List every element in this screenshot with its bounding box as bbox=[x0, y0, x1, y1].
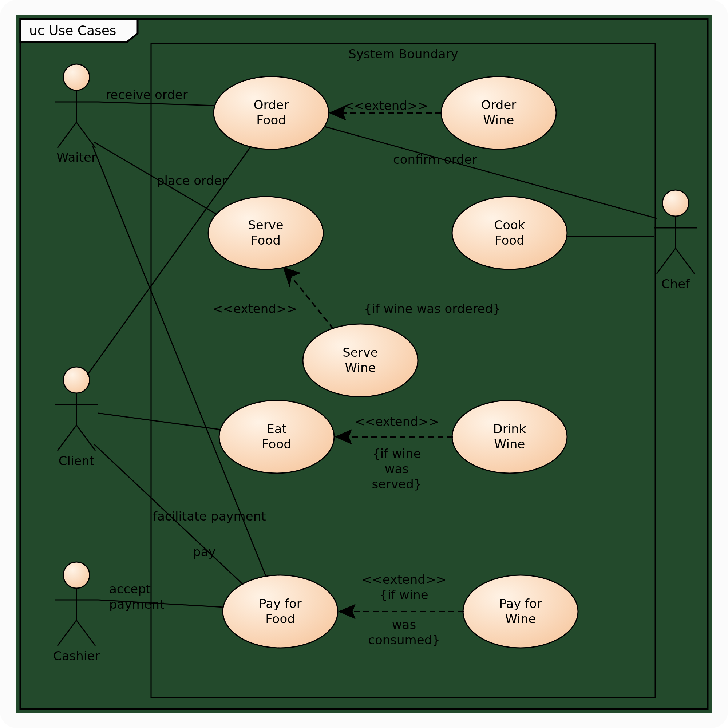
actor-waiter-label: Waiter bbox=[57, 150, 96, 165]
usecase-eat-food: Eat Food bbox=[219, 401, 334, 473]
label-confirm-order: confirm order bbox=[393, 152, 477, 167]
svg-text:Pay for: Pay for bbox=[499, 596, 542, 611]
svg-point-3 bbox=[63, 64, 90, 90]
svg-text:Wine: Wine bbox=[483, 113, 514, 127]
extend-label-1: <<extend>> bbox=[344, 98, 428, 113]
usecase-drink-wine: Drink Wine bbox=[452, 401, 567, 473]
svg-point-13 bbox=[63, 562, 90, 588]
svg-text:Serve: Serve bbox=[248, 218, 284, 232]
svg-text:Food: Food bbox=[265, 612, 295, 626]
frame-title-tab: uc Use Cases bbox=[20, 19, 138, 42]
svg-point-18 bbox=[662, 190, 689, 216]
svg-text:Order: Order bbox=[254, 98, 289, 112]
label-place-order: place order bbox=[156, 173, 227, 188]
usecase-order-food: Order Food bbox=[214, 76, 329, 149]
svg-text:Wine: Wine bbox=[345, 360, 376, 375]
pay-cond-3: consumed} bbox=[368, 633, 440, 647]
extend-label-4: <<extend>> bbox=[362, 572, 446, 587]
drink-cond-3: served} bbox=[372, 477, 422, 491]
svg-text:Food: Food bbox=[251, 233, 281, 248]
svg-text:Wine: Wine bbox=[494, 437, 525, 451]
usecase-pay-wine: Pay for Wine bbox=[463, 575, 578, 648]
actor-chef-label: Chef bbox=[661, 277, 690, 291]
svg-text:Drink: Drink bbox=[493, 422, 526, 436]
svg-text:Cook: Cook bbox=[494, 218, 525, 232]
drink-cond-1: {if wine bbox=[372, 446, 421, 461]
drink-cond-2: was bbox=[385, 462, 409, 476]
svg-text:Serve: Serve bbox=[343, 345, 378, 359]
label-payment: payment bbox=[109, 597, 164, 612]
usecase-cook-food: Cook Food bbox=[452, 197, 567, 269]
svg-text:Food: Food bbox=[256, 113, 286, 127]
frame-title: uc Use Cases bbox=[29, 23, 116, 38]
svg-text:Eat: Eat bbox=[266, 422, 287, 436]
actor-cashier-label: Cashier bbox=[53, 648, 100, 663]
svg-text:Order: Order bbox=[481, 98, 517, 112]
label-receive-order: receive order bbox=[106, 87, 188, 102]
pay-cond-1: {if wine bbox=[380, 587, 428, 602]
extend-label-3: <<extend>> bbox=[355, 414, 439, 429]
actor-client-label: Client bbox=[59, 454, 94, 468]
pay-cond-2: was bbox=[392, 617, 416, 632]
usecase-pay-food: Pay for Food bbox=[223, 575, 338, 648]
usecase-serve-wine: Serve Wine bbox=[303, 324, 418, 397]
label-pay: pay bbox=[193, 544, 216, 559]
svg-text:Wine: Wine bbox=[505, 612, 536, 626]
svg-text:Pay for: Pay for bbox=[259, 596, 302, 611]
usecase-serve-food: Serve Food bbox=[208, 197, 323, 269]
boundary-title: System Boundary bbox=[348, 47, 458, 61]
svg-text:Food: Food bbox=[495, 233, 525, 248]
svg-point-8 bbox=[63, 367, 90, 393]
label-accept: accept bbox=[109, 582, 151, 596]
svg-text:Food: Food bbox=[262, 437, 292, 451]
use-case-diagram: uc Use Cases System Boundary Waiter Clie… bbox=[0, 0, 728, 728]
usecase-order-wine: Order Wine bbox=[441, 76, 556, 149]
extend-label-2: <<extend>> bbox=[213, 301, 297, 316]
serve-cond: {if wine was ordered} bbox=[364, 301, 501, 316]
